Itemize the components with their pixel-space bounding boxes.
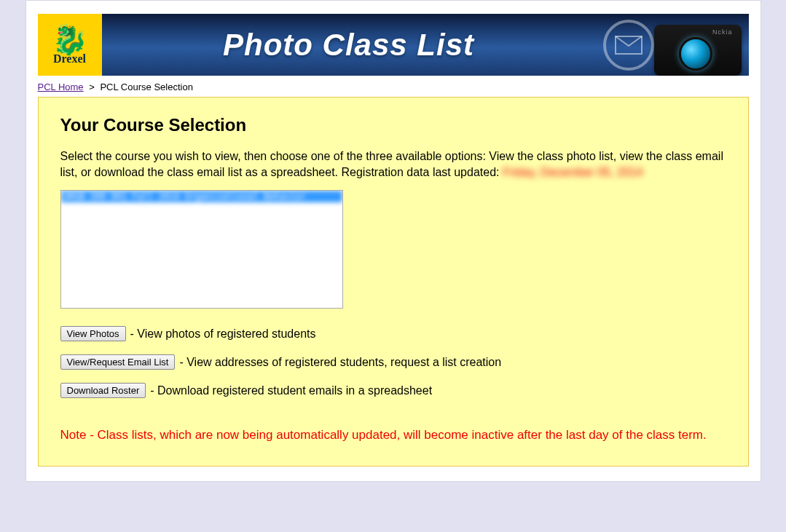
panel-heading: Your Course Selection bbox=[60, 115, 726, 135]
intro-text: Select the course you wish to view, then… bbox=[60, 148, 726, 180]
download-roster-button[interactable]: Download Roster bbox=[60, 383, 146, 398]
breadcrumb: PCL Home > PCL Course Selection bbox=[38, 82, 749, 92]
camera-lens-icon bbox=[679, 37, 712, 71]
view-email-desc: - View addresses of registered students,… bbox=[179, 356, 501, 369]
updated-date: Friday, December 05, 2014 bbox=[503, 166, 643, 178]
dragon-icon: 🐉 bbox=[52, 25, 88, 54]
page-container: 🐉 Drexel Photo Class List Nckia PCL Home… bbox=[25, 0, 761, 482]
breadcrumb-home-link[interactable]: PCL Home bbox=[38, 82, 84, 92]
course-option[interactable]: ORGB 300 901 Fall 2014 Organizational Be… bbox=[61, 191, 342, 202]
view-photos-button[interactable]: View Photos bbox=[60, 326, 126, 341]
breadcrumb-current: PCL Course Selection bbox=[100, 82, 192, 92]
note-text: Note - Class lists, which are now being … bbox=[60, 427, 726, 444]
action-row-view-photos: View Photos - View photos of registered … bbox=[60, 326, 726, 341]
view-email-button[interactable]: View/Request Email List bbox=[60, 354, 176, 370]
banner: 🐉 Drexel Photo Class List Nckia bbox=[38, 14, 749, 76]
breadcrumb-separator: > bbox=[89, 82, 95, 92]
logo-text: Drexel bbox=[53, 52, 86, 65]
action-row-view-email: View/Request Email List - View addresses… bbox=[60, 354, 726, 370]
mail-circle-icon bbox=[603, 20, 654, 71]
envelope-icon bbox=[615, 36, 642, 55]
download-roster-desc: - Download registered student emails in … bbox=[150, 384, 432, 397]
course-select-list[interactable]: ORGB 300 901 Fall 2014 Organizational Be… bbox=[60, 190, 343, 309]
banner-art: Nckia bbox=[596, 14, 749, 76]
view-photos-desc: - View photos of registered students bbox=[130, 327, 316, 341]
camera-brand-label: Nckia bbox=[712, 28, 733, 36]
course-selection-panel: Your Course Selection Select the course … bbox=[38, 97, 749, 467]
banner-title: Photo Class List bbox=[102, 28, 596, 63]
action-row-download: Download Roster - Download registered st… bbox=[60, 383, 726, 398]
drexel-logo: 🐉 Drexel bbox=[38, 14, 102, 76]
